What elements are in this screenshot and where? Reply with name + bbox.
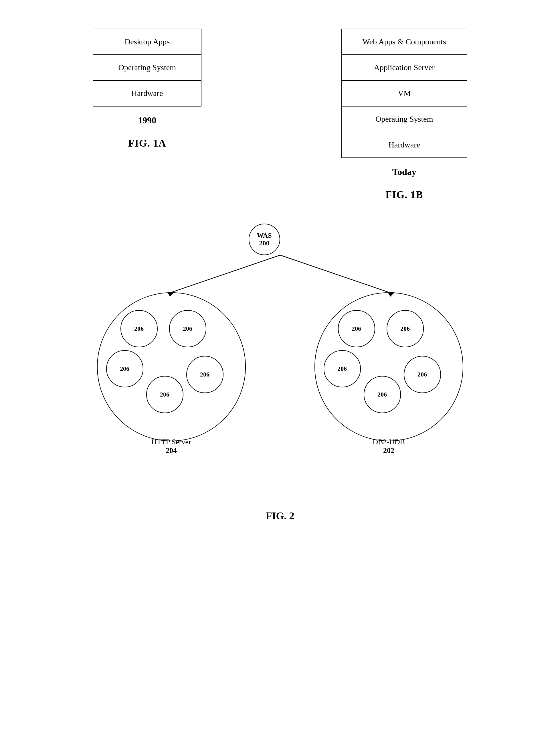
fig1a-cell-hardware: Hardware: [93, 81, 201, 106]
fig1b-cell-appserver: Application Server: [342, 55, 467, 81]
fig1a-label: FIG. 1A: [128, 137, 166, 149]
fig2-caption: FIG. 2: [265, 510, 294, 522]
http-server-circle: 206 206 206 206 206: [97, 292, 246, 441]
fig1a-stack: Desktop Apps Operating System Hardware: [93, 28, 201, 107]
fig1b-stack: Web Apps & Components Application Server…: [341, 28, 467, 158]
fig2-diagram: WAS 200 206 206 206 20: [80, 224, 480, 481]
small-circle-4: 206: [186, 356, 223, 393]
fig1b-cell-hardware: Hardware: [342, 132, 467, 157]
small-circle-1: 206: [120, 310, 158, 347]
fig1b-label: FIG. 1B: [385, 189, 423, 201]
fig1b-container: Web Apps & Components Application Server…: [341, 28, 467, 201]
top-section: Desktop Apps Operating System Hardware 1…: [23, 17, 537, 201]
small-circle-5: 206: [146, 376, 183, 413]
was-label: WAS: [257, 232, 272, 239]
small-circle-3: 206: [106, 350, 143, 387]
page: Desktop Apps Operating System Hardware 1…: [0, 0, 560, 755]
fig1a-container: Desktop Apps Operating System Hardware 1…: [93, 28, 201, 149]
http-server-label: HTTP Server 204: [152, 438, 191, 455]
svg-line-2: [280, 255, 389, 292]
small-circle-2: 206: [169, 310, 206, 347]
fig1a-year-label: 1990: [138, 115, 156, 126]
small-circle-6: 206: [338, 310, 375, 347]
fig1b-cell-vm: VM: [342, 81, 467, 107]
small-circle-8: 206: [324, 350, 361, 387]
svg-line-0: [172, 255, 280, 292]
fig1b-cell-webapps: Web Apps & Components: [342, 29, 467, 55]
fig1b-cell-os: Operating System: [342, 107, 467, 132]
small-circle-7: 206: [386, 310, 424, 347]
fig1a-cell-desktop-apps: Desktop Apps: [93, 29, 201, 55]
fig1a-cell-os: Operating System: [93, 55, 201, 81]
small-circle-10: 206: [364, 376, 401, 413]
fig2-section: WAS 200 206 206 206 20: [23, 224, 537, 522]
db2-label: DB2-UDB 202: [373, 438, 405, 455]
was-number: 200: [259, 239, 269, 247]
was-node: WAS 200: [249, 224, 280, 255]
fig1b-today-label: Today: [392, 167, 416, 177]
db2-udb-circle: 206 206 206 206 206: [315, 292, 463, 441]
small-circle-9: 206: [404, 356, 441, 393]
